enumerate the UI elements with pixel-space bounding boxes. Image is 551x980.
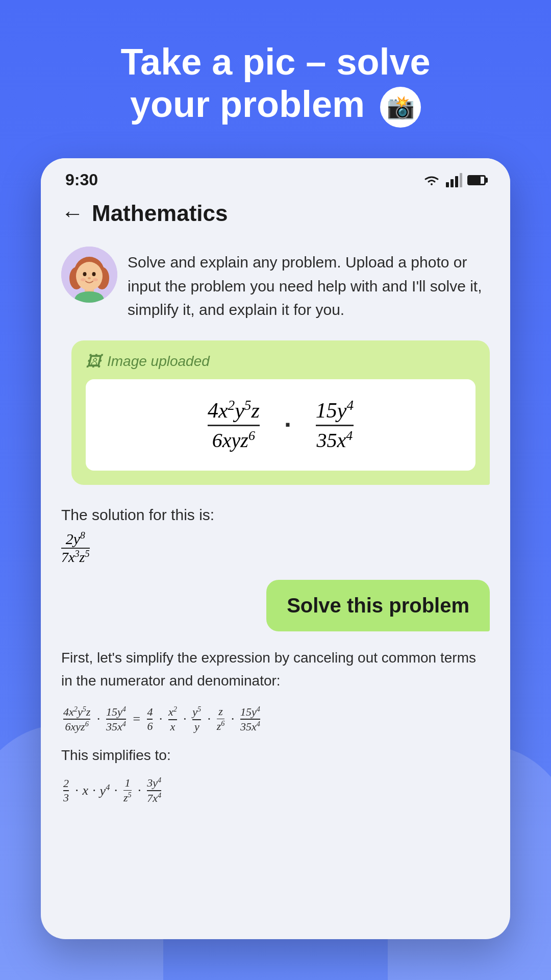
svg-rect-1 — [450, 179, 454, 187]
fraction-1-num: 4x2y5z — [208, 398, 260, 423]
ml2-f2: 1 z5 — [123, 776, 132, 805]
svg-point-9 — [76, 262, 103, 290]
ml1-f4: x2 x — [168, 705, 177, 733]
ml1-f7: 15y4 35x4 — [240, 705, 260, 734]
solve-bubble-text: Solve this problem — [287, 594, 469, 617]
sol-num: 2y8 — [66, 530, 85, 548]
solve-button-bubble[interactable]: Solve this problem — [266, 580, 490, 631]
signal-icon — [446, 173, 462, 187]
svg-rect-0 — [446, 182, 449, 187]
ml1-f2: 15y4 35x4 — [106, 705, 126, 734]
simplifies-text: This simplifies to: — [61, 744, 490, 767]
image-uploaded-label: 🖼 Image uploaded — [86, 353, 475, 370]
math-line-1: 4x2y5z 6xyz6 · 15y4 35x4 = 4 6 · — [61, 705, 490, 734]
svg-point-11 — [92, 272, 96, 276]
phone-mockup: 9:30 — [41, 158, 510, 939]
svg-point-10 — [83, 272, 87, 276]
fraction-1-bar — [208, 425, 260, 426]
math-image-box: 4x2y5z 6xyz6 · 15y4 35x4 — [86, 379, 475, 471]
solve-row: The solution for this is: 2y8 7x3z5 Solv… — [61, 500, 490, 647]
hero-line2: your problem — [130, 84, 365, 125]
status-time: 9:30 — [65, 170, 98, 189]
ml1-f1: 4x2y5z 6xyz6 — [63, 705, 90, 734]
fraction-2-num: 15y4 — [316, 398, 354, 423]
fraction-2-bar — [316, 425, 354, 426]
svg-rect-2 — [455, 176, 458, 187]
fraction-2: 15y4 35x4 — [316, 398, 354, 452]
bot-intro-text: Solve and explain any problem. Upload a … — [128, 247, 490, 322]
ml2-f3: 3y4 7x4 — [147, 776, 161, 805]
chat-content[interactable]: Solve and explain any problem. Upload a … — [41, 236, 510, 925]
hero-line1: Take a pic – solve — [120, 41, 430, 82]
sol-den: 7x3z5 — [61, 549, 90, 566]
fraction-1-den: 6xyz6 — [212, 428, 255, 452]
bot-intro: Solve and explain any problem. Upload a … — [61, 247, 490, 322]
app-header: ← Mathematics — [41, 195, 510, 236]
back-button[interactable]: ← — [61, 201, 84, 226]
solution-fraction: 2y8 7x3z5 — [61, 530, 90, 566]
explanation-text: First, let's simplify the expression by … — [61, 647, 490, 693]
status-icons — [422, 173, 486, 187]
dot-operator: · — [284, 410, 291, 439]
math-line-2: 2 3 · x · y4 · 1 z5 · 3y4 7x4 — [61, 776, 490, 805]
ml1-f5: y5 y — [192, 705, 201, 733]
avatar — [61, 247, 117, 303]
fraction-2-den: 35x4 — [317, 428, 353, 452]
background: Take a pic – solve your problem 📸 9:30 — [0, 0, 551, 980]
svg-point-14 — [93, 278, 98, 281]
image-upload-bubble: 🖼 Image uploaded 4x2y5z 6xyz6 · 15y4 — [71, 340, 490, 485]
ml1-f6: z z6 — [217, 705, 225, 733]
status-bar: 9:30 — [41, 158, 510, 195]
ml2-f1: 2 3 — [63, 777, 69, 804]
camera-emoji: 📸 — [380, 87, 421, 128]
wifi-icon — [422, 173, 441, 187]
svg-point-13 — [81, 278, 86, 281]
ml1-f3: 4 6 — [147, 705, 153, 733]
svg-point-12 — [88, 277, 91, 279]
hero-title: Take a pic – solve your problem 📸 — [0, 41, 551, 128]
solution-label: The solution for this is: — [61, 506, 214, 524]
svg-rect-3 — [460, 173, 462, 187]
battery-icon — [467, 175, 486, 185]
fraction-1: 4x2y5z 6xyz6 — [208, 398, 260, 452]
image-uploaded-text: Image uploaded — [107, 353, 210, 370]
page-title: Mathematics — [92, 201, 228, 226]
image-icon: 🖼 — [86, 353, 101, 370]
